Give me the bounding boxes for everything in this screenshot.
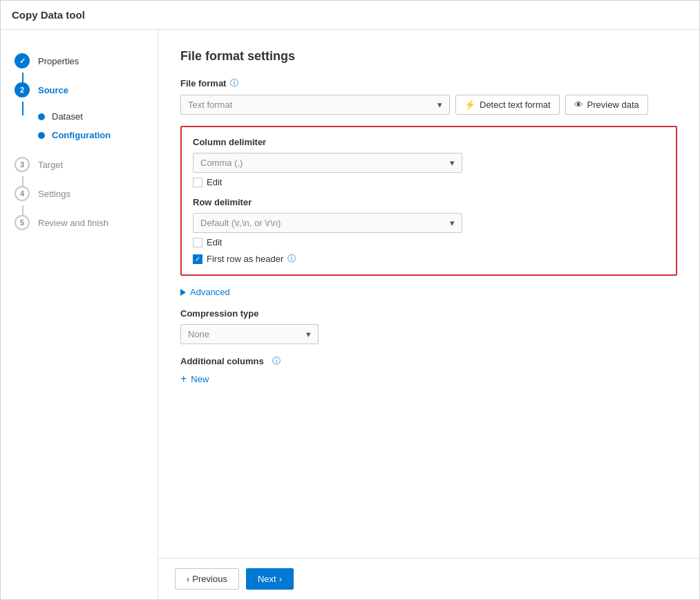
sidebar-item-settings[interactable]: 4 Settings [1, 179, 158, 208]
substep-dot-configuration [38, 132, 45, 139]
row-delimiter-edit-checkbox[interactable] [193, 238, 202, 247]
footer: ‹ Previous Next › [158, 558, 699, 599]
right-panel: File format settings File format ⓘ Text … [158, 30, 699, 599]
row-delimiter-dropdown[interactable]: Default (\r,\n, or \r\n) ▾ [193, 213, 462, 233]
next-button[interactable]: Next › [246, 568, 294, 590]
advanced-triangle-icon [180, 289, 186, 296]
additional-columns-label: Additional columns [180, 356, 264, 366]
compression-section: Compression type None ▾ [180, 308, 677, 344]
sidebar-item-review[interactable]: 5 Review and finish [1, 208, 158, 237]
preview-data-button[interactable]: 👁 Preview data [565, 95, 648, 115]
first-row-header-row: ✓ First row as header ⓘ [193, 253, 665, 265]
file-format-value: Text format [188, 100, 232, 110]
advanced-label: Advanced [190, 287, 230, 297]
file-format-label-row: File format ⓘ [180, 77, 677, 89]
previous-label: Previous [192, 574, 227, 584]
detect-icon: ⚡ [464, 100, 475, 110]
file-format-label: File format [180, 78, 226, 88]
column-delimiter-dropdown[interactable]: Comma (,) ▾ [193, 153, 462, 173]
first-row-header-info-icon[interactable]: ⓘ [287, 253, 296, 265]
compression-value: None [188, 329, 209, 339]
sidebar-label-target: Target [38, 160, 63, 170]
preview-label: Preview data [587, 100, 639, 110]
new-column-button[interactable]: + New [180, 373, 209, 385]
source-substeps: Dataset Configuration [38, 107, 158, 144]
step-circle-settings: 4 [15, 186, 30, 201]
step-circle-target: 3 [15, 157, 30, 172]
sidebar-label-properties: Properties [38, 56, 79, 66]
additional-columns-label-row: Additional columns ⓘ [180, 355, 677, 367]
detect-text-format-button[interactable]: ⚡ Detect text format [455, 95, 560, 115]
column-delimiter-value: Comma (,) [200, 158, 243, 168]
row-delimiter-edit-row: Edit [193, 237, 665, 247]
sidebar-item-source[interactable]: 2 Source [1, 75, 158, 104]
additional-columns-info-icon[interactable]: ⓘ [272, 355, 281, 367]
page-title: File format settings [180, 49, 677, 64]
step-circle-source: 2 [15, 82, 30, 97]
sidebar: ✓ Properties 2 Source Dataset Configurat… [1, 30, 158, 599]
content-area: File format settings File format ⓘ Text … [158, 30, 699, 558]
preview-icon: 👁 [574, 100, 583, 110]
compression-chevron: ▾ [306, 329, 311, 339]
file-format-chevron: ▾ [437, 100, 442, 110]
step-circle-properties: ✓ [15, 53, 30, 68]
substep-label-dataset: Dataset [52, 111, 83, 122]
compression-label: Compression type [180, 308, 258, 319]
plus-icon: + [180, 373, 187, 385]
advanced-row[interactable]: Advanced [180, 287, 677, 297]
sidebar-label-source: Source [38, 85, 68, 95]
new-button-label: New [191, 374, 209, 384]
first-row-header-checkbox[interactable]: ✓ [193, 254, 202, 264]
column-delimiter-edit-row: Edit [193, 177, 665, 187]
column-delimiter-label: Column delimiter [193, 137, 665, 147]
file-format-info-icon[interactable]: ⓘ [230, 77, 238, 89]
substep-configuration[interactable]: Configuration [38, 126, 158, 144]
sidebar-label-review: Review and finish [38, 218, 108, 228]
row-delimiter-label: Row delimiter [193, 197, 665, 207]
substep-dot-dataset [38, 113, 45, 120]
file-format-controls: Text format ▾ ⚡ Detect text format 👁 Pre… [180, 95, 677, 115]
title-bar: Copy Data tool [1, 1, 699, 30]
app-title: Copy Data tool [12, 9, 85, 21]
step-circle-review: 5 [15, 215, 30, 230]
next-chevron-icon: › [279, 574, 282, 584]
delimiter-section: Column delimiter Comma (,) ▾ Edit Row de… [180, 126, 677, 276]
additional-columns-section: Additional columns ⓘ + New [180, 355, 677, 385]
row-delimiter-value: Default (\r,\n, or \r\n) [200, 218, 281, 228]
row-delimiter-edit-label: Edit [207, 237, 222, 247]
compression-dropdown[interactable]: None ▾ [180, 324, 319, 344]
file-format-dropdown[interactable]: Text format ▾ [180, 95, 450, 115]
prev-chevron-icon: ‹ [187, 574, 189, 584]
next-label: Next [258, 574, 276, 584]
sidebar-item-target[interactable]: 3 Target [1, 150, 158, 179]
sidebar-item-properties[interactable]: ✓ Properties [1, 46, 158, 75]
column-delimiter-edit-label: Edit [207, 177, 222, 187]
sidebar-label-settings: Settings [38, 189, 70, 199]
column-delimiter-chevron: ▾ [450, 158, 455, 168]
previous-button[interactable]: ‹ Previous [175, 568, 239, 590]
row-delimiter-chevron: ▾ [450, 218, 455, 228]
substep-label-configuration: Configuration [52, 130, 111, 140]
first-row-header-label: First row as header [207, 254, 283, 264]
substep-dataset[interactable]: Dataset [38, 107, 158, 126]
column-delimiter-edit-checkbox[interactable] [193, 178, 202, 187]
detect-label: Detect text format [480, 100, 551, 110]
compression-label-row: Compression type [180, 308, 677, 319]
